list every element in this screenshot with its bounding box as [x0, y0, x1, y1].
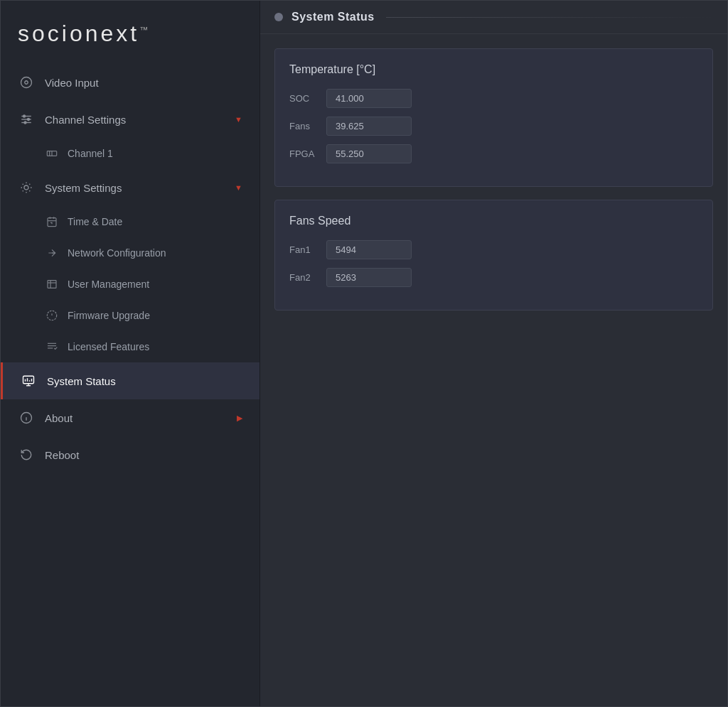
temperature-card: Temperature [°C] SOC 41.000 Fans 39.625 …	[274, 48, 713, 187]
fans-temp-label: Fans	[289, 121, 326, 131]
sidebar-item-video-input[interactable]: Video Input	[1, 64, 259, 101]
sidebar-item-channel-1[interactable]: Channel 1	[1, 138, 259, 169]
soc-label: SOC	[289, 93, 326, 104]
firmware-icon	[45, 308, 59, 323]
system-status-icon	[20, 372, 37, 389]
sidebar-item-time-date[interactable]: Time & Date	[1, 206, 259, 237]
content-area: Temperature [°C] SOC 41.000 Fans 39.625 …	[260, 34, 727, 706]
sidebar-nav: Video Input Channel Settings ▼	[1, 64, 259, 706]
fpga-label: FPGA	[289, 149, 326, 159]
fan1-label: Fan1	[289, 244, 326, 255]
svg-point-1	[25, 81, 28, 85]
svg-point-0	[21, 77, 32, 88]
svg-point-6	[28, 119, 30, 121]
licensed-icon	[45, 340, 59, 354]
sidebar-item-system-status[interactable]: System Status	[1, 362, 259, 399]
sidebar-item-about-label: About	[45, 412, 231, 424]
system-settings-icon	[18, 179, 35, 196]
video-icon	[18, 74, 35, 91]
svg-rect-23	[23, 376, 34, 384]
network-icon	[45, 246, 59, 260]
channel-settings-arrow: ▼	[235, 115, 242, 124]
soc-value: 41.000	[326, 89, 412, 108]
main-content: System Status Temperature [°C] SOC 41.00…	[260, 1, 727, 706]
svg-point-5	[23, 115, 26, 117]
channel-1-icon	[45, 146, 59, 161]
fan1-row: Fan1 5494	[289, 240, 698, 259]
svg-rect-12	[48, 218, 56, 227]
fan2-row: Fan2 5263	[289, 268, 698, 287]
sidebar-item-firmware-upgrade[interactable]: Firmware Upgrade	[1, 300, 259, 331]
about-icon	[18, 409, 35, 426]
sidebar-item-channel-settings[interactable]: Channel Settings ▼	[1, 101, 259, 138]
sidebar-item-channel-1-label: Channel 1	[68, 148, 113, 159]
sidebar-item-firmware-label: Firmware Upgrade	[68, 310, 150, 321]
fan2-label: Fan2	[289, 272, 326, 283]
sidebar-item-video-input-label: Video Input	[45, 77, 242, 89]
fpga-value: 55.250	[326, 144, 412, 163]
fans-temp-row: Fans 39.625	[289, 117, 698, 136]
fans-temp-value: 39.625	[326, 117, 412, 136]
fan1-value: 5494	[326, 240, 412, 259]
logo: socionext™	[18, 21, 151, 46]
sidebar-item-network-configuration[interactable]: Network Configuration	[1, 237, 259, 269]
sidebar-item-time-date-label: Time & Date	[68, 216, 122, 227]
soc-row: SOC 41.000	[289, 89, 698, 108]
page-title: System Status	[291, 11, 375, 23]
sidebar-item-user-management[interactable]: User Management	[1, 269, 259, 300]
sidebar-item-reboot-label: Reboot	[45, 449, 242, 461]
sidebar-item-reboot[interactable]: Reboot	[1, 436, 259, 473]
fans-speed-card: Fans Speed Fan1 5494 Fan2 5263	[274, 200, 713, 311]
reboot-icon	[18, 446, 35, 463]
header-line	[386, 17, 713, 18]
svg-point-7	[24, 122, 26, 124]
sidebar-item-licensed-features[interactable]: Licensed Features	[1, 331, 259, 362]
system-settings-arrow: ▼	[235, 183, 242, 192]
sidebar-item-network-label: Network Configuration	[68, 247, 166, 259]
fan2-value: 5263	[326, 268, 412, 287]
temperature-card-title: Temperature [°C]	[289, 63, 698, 76]
svg-rect-16	[48, 281, 56, 288]
app-container: socionext™ Video Input	[0, 0, 728, 707]
user-management-icon	[45, 277, 59, 291]
channel-settings-icon	[18, 111, 35, 128]
sidebar-item-about[interactable]: About ▶	[1, 399, 259, 436]
fpga-row: FPGA 55.250	[289, 144, 698, 163]
about-arrow: ▶	[237, 414, 242, 423]
header-indicator	[274, 13, 283, 21]
sidebar: socionext™ Video Input	[1, 1, 260, 706]
svg-point-11	[24, 185, 28, 190]
sidebar-item-licensed-label: Licensed Features	[68, 341, 149, 352]
time-date-icon	[45, 215, 59, 229]
fans-speed-card-title: Fans Speed	[289, 215, 698, 227]
sidebar-item-system-settings[interactable]: System Settings ▼	[1, 169, 259, 206]
logo-area: socionext™	[1, 1, 259, 64]
sidebar-item-channel-settings-label: Channel Settings	[45, 114, 229, 126]
sidebar-item-system-status-label: System Status	[47, 375, 242, 387]
page-header: System Status	[260, 1, 727, 34]
sidebar-item-user-management-label: User Management	[68, 279, 149, 290]
sidebar-item-system-settings-label: System Settings	[45, 182, 229, 194]
